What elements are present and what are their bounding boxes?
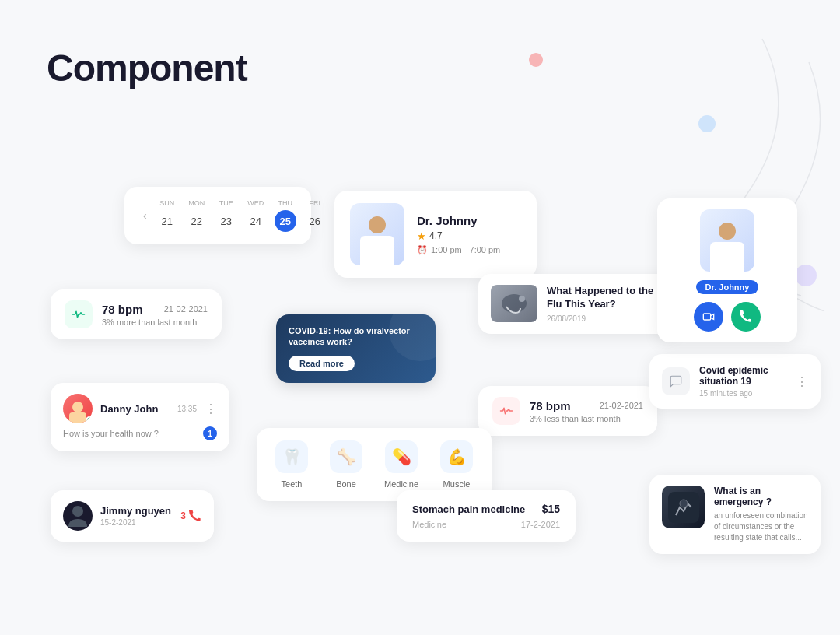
doctor-info: Dr. Johnny ★ 4.7 ⏰ 1:00 pm - 7:00 pm	[417, 214, 521, 255]
emergency-text: an unforeseen combination of circumstanc…	[714, 510, 808, 543]
missed-call-count: 3	[180, 510, 186, 521]
category-muscle[interactable]: 💪 Muscle	[440, 440, 473, 489]
missed-call-icon	[189, 510, 201, 522]
svg-point-4	[680, 500, 688, 507]
paperclip-icon	[669, 374, 683, 388]
emergency-title: What is an emergency ?	[714, 486, 808, 507]
doctor-name: Dr. Johnny	[417, 214, 521, 227]
cal-day-sun[interactable]: SUN 21	[156, 199, 178, 232]
category-muscle-label: Muscle	[443, 479, 471, 489]
teeth-icon: 🦷	[275, 440, 308, 473]
jimmy-header: Jimmy nguyen 15-2-2021 3	[63, 501, 201, 531]
heartrate-date: 21-02-2021	[164, 304, 208, 314]
heartrate-icon-box-2	[492, 397, 520, 425]
page-title: Component	[47, 47, 247, 89]
category-medicine[interactable]: 💊 Medicine	[384, 440, 418, 489]
deco-circle-1	[529, 53, 543, 67]
chat-name-danny: Danny John	[100, 403, 158, 415]
star-icon: ★	[417, 230, 426, 242]
phone-icon	[740, 310, 752, 323]
svg-point-5	[72, 506, 83, 517]
heartrate-icon-box	[65, 300, 93, 328]
cal-day-tue[interactable]: TUE 23	[215, 199, 237, 232]
chat-header: Danny John 13:35 ⋮	[63, 394, 217, 423]
doctor-avatar-2	[700, 209, 754, 272]
notification-time: 15 minutes ago	[699, 389, 786, 398]
heartrate-icon	[72, 307, 86, 321]
flu-article-date: 26/08/2019	[547, 314, 668, 323]
heartrate-value-2: 78 bpm	[530, 399, 571, 412]
online-indicator	[86, 416, 93, 423]
medicine-date: 17-2-2021	[521, 520, 560, 529]
category-bone-label: Bone	[336, 479, 356, 489]
flu-article-title: What Happened to the Flu This Year?	[547, 285, 668, 311]
stethoscope-icon	[499, 291, 530, 316]
category-medicine-label: Medicine	[384, 479, 418, 489]
category-teeth[interactable]: 🦷 Teeth	[275, 440, 308, 489]
medicine-card: Stomach pain medicine $15 Medicine 17-2-…	[397, 490, 576, 542]
heartrate-card-1: 78 bpm 21-02-2021 3% more than last mont…	[51, 289, 222, 339]
emergency-image	[662, 486, 705, 528]
medicine-icon: 💊	[385, 440, 418, 473]
notification-card: Covid epidemic situation 19 15 minutes a…	[649, 354, 821, 409]
doctor-time: ⏰ 1:00 pm - 7:00 pm	[417, 245, 521, 255]
doctor-rating: ★ 4.7	[417, 230, 521, 242]
video-call-button[interactable]	[694, 302, 723, 332]
surgery-icon	[668, 492, 699, 523]
cal-day-mon[interactable]: MON 22	[186, 199, 208, 232]
unread-badge: 1	[203, 426, 217, 440]
jimmy-date: 15-2-2021	[100, 518, 173, 527]
bone-icon: 🦴	[330, 440, 362, 473]
doctor-avatar	[350, 203, 404, 265]
chat-message-danny: How is your health now ?	[63, 429, 159, 438]
category-teeth-label: Teeth	[282, 479, 303, 489]
medicine-name: Stomach pain medicine	[412, 503, 525, 515]
cal-days: SUN 21 MON 22 TUE 23 WED 24 THU 25 FRI 2…	[156, 199, 355, 232]
chat-more-icon[interactable]: ⋮	[205, 402, 217, 416]
calendar-widget: ‹ SUN 21 MON 22 TUE 23 WED 24 THU 25 FRI…	[124, 187, 311, 244]
emergency-info: What is an emergency ? an unforeseen com…	[714, 486, 808, 543]
category-bone[interactable]: 🦴 Bone	[330, 440, 362, 489]
muscle-icon: 💪	[440, 440, 473, 473]
notification-title: Covid epidemic situation 19	[699, 365, 786, 387]
doctor-hours: 1:00 pm - 7:00 pm	[431, 245, 500, 254]
cal-day-thu[interactable]: THU 25	[275, 199, 296, 232]
heartrate-change-2: 3% less than last month	[530, 414, 643, 423]
cal-day-wed[interactable]: WED 24	[245, 199, 267, 232]
clock-icon: ⏰	[417, 245, 428, 255]
chat-avatar-danny	[63, 394, 93, 423]
camera-icon	[702, 310, 715, 323]
heartrate-value: 78 bpm	[102, 303, 143, 316]
flu-article-info: What Happened to the Flu This Year? 26/0…	[547, 285, 668, 323]
emergency-card: What is an emergency ? an unforeseen com…	[649, 475, 821, 554]
doctor-card: Dr. Johnny ★ 4.7 ⏰ 1:00 pm - 7:00 pm	[334, 191, 537, 278]
phone-call-button[interactable]	[731, 302, 761, 332]
heartrate-icon-2	[499, 404, 513, 418]
deco-circle-2	[698, 115, 716, 132]
heartrate-card-2: 78 bpm 21-02-2021 3% less than last mont…	[478, 386, 657, 436]
flu-article-image	[491, 285, 537, 322]
heartrate-info: 78 bpm 21-02-2021 3% more than last mont…	[102, 303, 208, 327]
flu-article-card: What Happened to the Flu This Year? 26/0…	[478, 274, 681, 334]
deco-circle-3	[795, 265, 817, 286]
cal-day-fri[interactable]: FRI 26	[304, 199, 326, 232]
chat-card-danny: Danny John 13:35 ⋮ How is your health no…	[51, 383, 229, 451]
medicine-price: $15	[542, 503, 560, 515]
notification-more-icon[interactable]: ⋮	[796, 374, 808, 389]
heartrate-info-2: 78 bpm 21-02-2021 3% less than last mont…	[530, 399, 643, 423]
medicine-type: Medicine	[412, 520, 446, 529]
chat-time-danny: 13:35	[177, 405, 197, 413]
covid-title: COVID-19: How do viralvector vaccines wo…	[289, 325, 423, 348]
covid-card: COVID-19: How do viralvector vaccines wo…	[276, 314, 436, 383]
rating-value: 4.7	[429, 230, 443, 241]
doctor-card-2: Dr. Johnny	[657, 198, 797, 342]
read-more-button[interactable]: Read more	[289, 356, 355, 371]
jimmy-avatar-figure	[68, 505, 87, 527]
notification-info: Covid epidemic situation 19 15 minutes a…	[699, 365, 786, 398]
missed-calls: 3	[180, 510, 201, 522]
medicine-footer: Medicine 17-2-2021	[412, 520, 560, 529]
heartrate-change: 3% more than last month	[102, 318, 208, 327]
cal-prev-arrow[interactable]: ‹	[140, 206, 150, 225]
jimmy-avatar	[63, 501, 93, 531]
doctor-name-badge: Dr. Johnny	[696, 280, 759, 294]
